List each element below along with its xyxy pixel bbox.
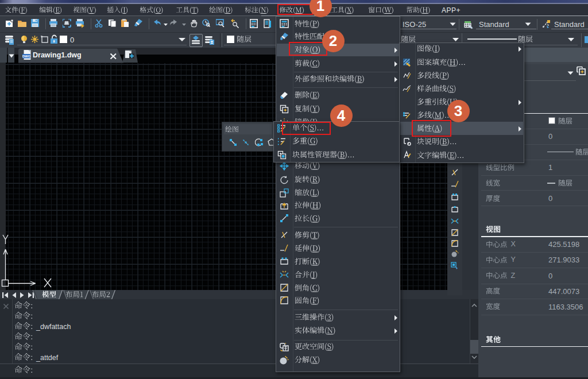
svg-text:DWG: DWG [22, 55, 31, 58]
